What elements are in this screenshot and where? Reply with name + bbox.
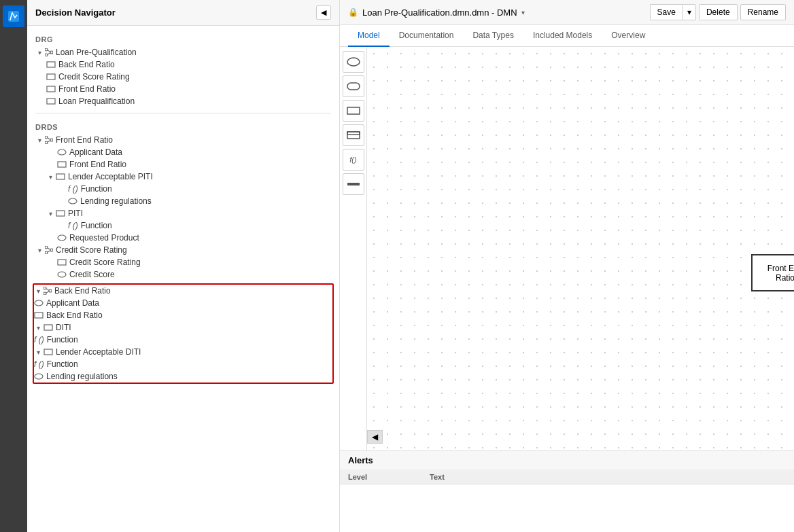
- svg-rect-27: [58, 260, 66, 265]
- fer-piti-function[interactable]: f () Function: [27, 219, 339, 232]
- drd-credit-score-rating-group[interactable]: ▾ Credit Score Rating: [27, 244, 339, 256]
- decision-icon-small2: [57, 161, 67, 168]
- collapse-navigator-button[interactable]: ◀: [316, 5, 331, 20]
- drg-loan-prequalification-label: Loan Pre-Qualification: [56, 48, 137, 57]
- svg-point-34: [35, 300, 43, 306]
- drg-credit-score-rating[interactable]: Credit Score Rating: [27, 71, 339, 83]
- drg-loan-prequalification[interactable]: Loan Prequalification: [27, 95, 339, 107]
- svg-point-39: [347, 58, 360, 66]
- expand-arrow: ▾: [35, 48, 44, 56]
- drg-back-end-ratio[interactable]: Back End Ratio: [27, 58, 339, 71]
- decision-icon-small: [46, 61, 56, 68]
- drg-front-end-ratio-label: Front End Ratio: [58, 84, 116, 94]
- rename-button[interactable]: Rename: [740, 4, 786, 20]
- tab-overview[interactable]: Overview: [602, 25, 655, 47]
- function-palette-btn[interactable]: f(): [343, 149, 364, 171]
- expand-arrow6: ▾: [34, 323, 42, 332]
- input-icon2: [68, 198, 77, 205]
- expand-arrow7: ▾: [34, 348, 42, 356]
- svg-rect-35: [35, 313, 43, 318]
- drd-front-end-ratio-group[interactable]: ▾ Front End Ratio: [27, 134, 339, 146]
- ber-diti-function-label: Function: [47, 335, 78, 344]
- tab-data-types[interactable]: Data Types: [463, 25, 523, 47]
- ber-lad-function-label: Function: [47, 359, 78, 369]
- ber-diti[interactable]: ▾ DITI: [34, 321, 332, 334]
- share-icon: [45, 48, 53, 56]
- csr-credit-score[interactable]: Credit Score: [27, 268, 339, 281]
- svg-line-25: [48, 248, 50, 249]
- navigator-panel: Decision Navigator ◀ DRG ▾ Loan Pre-Qual…: [27, 0, 340, 532]
- back-end-ratio-section: ▾ Back End Ratio Applicant Data Back End…: [33, 283, 334, 384]
- drg-loan-prequalification-item[interactable]: ▾ Loan Pre-Qualification: [27, 46, 339, 58]
- svg-line-6: [48, 53, 50, 54]
- expand-arrow2: ▾: [46, 173, 54, 181]
- file-dropdown-arrow[interactable]: ▾: [521, 9, 525, 16]
- svg-point-3: [45, 48, 48, 51]
- function-icon2: f (): [68, 221, 78, 230]
- fer-lap-function[interactable]: f () Function: [27, 183, 339, 195]
- share-drd-icon3: [44, 287, 52, 295]
- svg-rect-8: [47, 74, 55, 79]
- csr-credit-score-rating[interactable]: Credit Score Rating: [27, 256, 339, 268]
- front-end-ratio-node[interactable]: Front EndRatio: [751, 254, 794, 291]
- expand-arrow4: ▾: [35, 246, 44, 254]
- svg-point-22: [50, 249, 53, 251]
- fer-piti[interactable]: ▾ PITI: [27, 207, 339, 219]
- front-end-ratio-node-label: Front EndRatio: [767, 264, 794, 283]
- expand-arrow: ▾: [35, 136, 44, 144]
- save-dropdown-button[interactable]: ▾: [683, 4, 696, 20]
- rounded-rect-palette-btn[interactable]: [343, 75, 364, 97]
- ber-lending-regulations-label: Lending regulations: [46, 372, 118, 381]
- svg-line-15: [48, 141, 50, 142]
- drd-back-end-ratio-group[interactable]: ▾ Back End Ratio: [34, 285, 332, 297]
- ber-lender-acceptable-diti-label: Lender Acceptable DITI: [56, 347, 141, 357]
- drg-section-label: DRG: [27, 31, 339, 46]
- tab-model[interactable]: Model: [348, 25, 390, 47]
- rect-palette-btn[interactable]: [343, 100, 364, 122]
- fer-applicant-data[interactable]: Applicant Data: [27, 146, 339, 158]
- drd-back-end-ratio-group-label: Back End Ratio: [54, 286, 111, 296]
- svg-line-14: [48, 138, 50, 139]
- bar-palette-btn[interactable]: [343, 173, 364, 195]
- decision-icon-small: [46, 98, 56, 105]
- drd-front-end-ratio-label: Front End Ratio: [56, 135, 113, 145]
- tab-included-models[interactable]: Included Models: [523, 25, 602, 47]
- drg-front-end-ratio[interactable]: Front End Ratio: [27, 83, 339, 95]
- map-nav-icon[interactable]: [3, 5, 24, 27]
- csr-credit-score-label: Credit Score: [69, 270, 115, 279]
- tab-documentation[interactable]: Documentation: [390, 25, 464, 47]
- ber-back-end-ratio[interactable]: Back End Ratio: [34, 309, 332, 321]
- side-palette: f(): [340, 47, 367, 450]
- save-button[interactable]: Save: [650, 4, 683, 20]
- drg-back-end-ratio-label: Back End Ratio: [58, 60, 115, 69]
- frame-palette-btn[interactable]: [343, 124, 364, 146]
- ber-lending-regulations[interactable]: Lending regulations: [34, 370, 332, 383]
- delete-button[interactable]: Delete: [699, 4, 738, 20]
- file-title-text: Loan Pre-Qualification.dmn.dmn - DMN: [362, 7, 517, 18]
- drd-credit-score-rating-label: Credit Score Rating: [56, 245, 127, 255]
- fer-lender-acceptable-piti[interactable]: ▾ Lender Acceptable PITI: [27, 171, 339, 183]
- diagram-area[interactable]: f() LoanPrequalification Fro: [340, 47, 794, 450]
- ber-lender-acceptable-diti[interactable]: ▾ Lender Acceptable DITI: [34, 346, 332, 358]
- fer-requested-product[interactable]: Requested Product: [27, 232, 339, 244]
- svg-line-33: [46, 291, 49, 293]
- svg-line-5: [48, 50, 50, 52]
- scroll-left-arrow[interactable]: ◀: [367, 430, 383, 444]
- decision-icon-small7: [44, 324, 53, 331]
- oval-palette-btn[interactable]: [343, 51, 364, 73]
- fer-lending-regulations[interactable]: Lending regulations: [27, 195, 339, 207]
- svg-point-2: [50, 51, 53, 54]
- csr-credit-score-rating-label: Credit Score Rating: [69, 258, 141, 267]
- svg-rect-41: [347, 107, 360, 114]
- lock-icon: 🔒: [348, 7, 358, 17]
- svg-point-11: [50, 139, 53, 141]
- svg-line-26: [48, 251, 50, 252]
- ber-diti-function[interactable]: f () Function: [34, 334, 332, 346]
- diagram-arrows-svg: [340, 47, 794, 450]
- svg-rect-36: [44, 325, 52, 330]
- ber-lad-function[interactable]: f () Function: [34, 358, 332, 370]
- svg-point-28: [58, 272, 66, 277]
- ber-applicant-data[interactable]: Applicant Data: [34, 297, 332, 309]
- fer-front-end-ratio[interactable]: Front End Ratio: [27, 158, 339, 171]
- decision-icon-small8: [44, 349, 53, 355]
